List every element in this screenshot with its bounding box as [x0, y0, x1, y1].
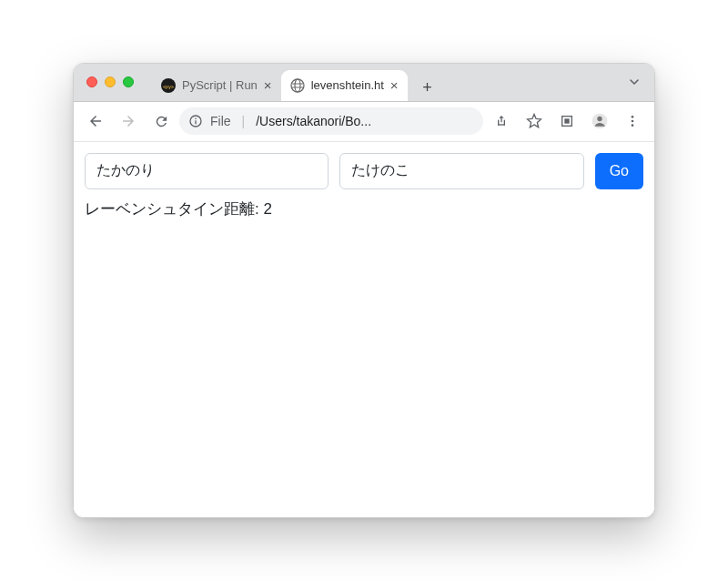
- tab-title: levenshtein.ht: [311, 78, 384, 92]
- svg-point-14: [632, 116, 634, 118]
- forward-button[interactable]: [114, 107, 143, 135]
- svg-point-16: [632, 124, 634, 127]
- close-tab-icon[interactable]: ×: [390, 77, 399, 93]
- extensions-button[interactable]: [552, 107, 581, 135]
- fullscreen-window-button[interactable]: [123, 76, 134, 87]
- file-favicon-icon: [290, 78, 305, 93]
- tab-title: PyScript | Run: [182, 78, 258, 92]
- address-scheme: File: [210, 114, 231, 128]
- svg-rect-9: [498, 124, 505, 125]
- site-info-icon[interactable]: [188, 114, 203, 128]
- close-tab-icon[interactable]: ×: [264, 77, 272, 93]
- address-path: /Users/takanori/Bo...: [256, 114, 371, 128]
- close-window-button[interactable]: [86, 76, 97, 87]
- svg-rect-11: [564, 118, 569, 123]
- titlebar: <py> PyScript | Run × levenshtein.ht × +: [74, 64, 654, 102]
- chevron-down-icon[interactable]: [627, 75, 642, 89]
- browser-window: <py> PyScript | Run × levenshtein.ht × +: [73, 63, 655, 518]
- profile-button[interactable]: [585, 107, 614, 135]
- share-button[interactable]: [487, 107, 516, 135]
- reload-button[interactable]: [147, 107, 176, 135]
- go-button[interactable]: Go: [595, 153, 643, 189]
- svg-point-13: [597, 117, 602, 121]
- string1-input[interactable]: [85, 153, 329, 189]
- bookmark-button[interactable]: [520, 107, 549, 135]
- back-button[interactable]: [81, 107, 110, 135]
- titlebar-right: [627, 75, 654, 89]
- svg-text:<py>: <py>: [163, 83, 174, 89]
- svg-point-5: [195, 118, 197, 120]
- address-separator: |: [242, 114, 246, 128]
- window-controls: [74, 76, 134, 87]
- svg-rect-6: [195, 120, 196, 124]
- new-tab-button[interactable]: +: [415, 76, 440, 101]
- toolbar: File | /Users/takanori/Bo...: [74, 102, 654, 142]
- menu-button[interactable]: [618, 107, 647, 135]
- result-text: レーベンシュタイン距離: 2: [85, 198, 643, 219]
- svg-point-15: [632, 120, 634, 123]
- pyscript-favicon-icon: <py>: [161, 78, 176, 93]
- plus-icon: +: [422, 78, 432, 97]
- svg-point-3: [295, 79, 300, 92]
- address-bar[interactable]: File | /Users/takanori/Bo...: [179, 107, 483, 135]
- page-content: Go レーベンシュタイン距離: 2: [74, 142, 654, 517]
- minimize-window-button[interactable]: [105, 76, 116, 87]
- string2-input[interactable]: [339, 153, 583, 189]
- tab-strip: <py> PyScript | Run × levenshtein.ht × +: [152, 64, 627, 101]
- tab-pyscript[interactable]: <py> PyScript | Run ×: [152, 70, 281, 101]
- svg-point-2: [291, 79, 304, 92]
- tab-levenshtein[interactable]: levenshtein.ht ×: [281, 70, 408, 101]
- input-row: Go: [85, 153, 643, 189]
